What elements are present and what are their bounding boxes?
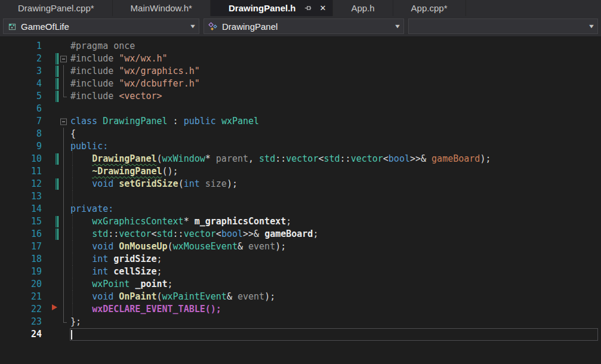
code-editor[interactable]: 1#pragma once2#include "wx/wx.h"3#includ… bbox=[0, 37, 601, 364]
code-line[interactable]: 1#pragma once bbox=[0, 40, 601, 53]
line-number[interactable]: 16 bbox=[0, 228, 42, 240]
code-token: gameBoard bbox=[432, 153, 480, 164]
class-icon bbox=[208, 21, 218, 31]
code-line[interactable]: 18 int gridSize; bbox=[0, 253, 601, 266]
line-number[interactable]: 9 bbox=[0, 140, 42, 153]
line-number[interactable]: 8 bbox=[0, 128, 42, 140]
code-token: vector bbox=[119, 229, 151, 239]
outline-guide-line bbox=[63, 90, 64, 97]
line-number[interactable]: 20 bbox=[0, 278, 42, 291]
code-token: cellSize bbox=[113, 266, 156, 277]
line-number[interactable]: 22 bbox=[0, 303, 42, 316]
line-number[interactable]: 17 bbox=[0, 240, 42, 253]
line-number[interactable]: 19 bbox=[0, 266, 42, 278]
change-tracking-indicator bbox=[56, 91, 57, 102]
gutter bbox=[42, 203, 70, 215]
gutter bbox=[42, 240, 70, 253]
code-line[interactable]: 24 bbox=[0, 328, 601, 341]
code-line[interactable]: 23}; bbox=[0, 316, 601, 328]
tab-mainwindow-h[interactable]: MainWindow.h* bbox=[113, 0, 211, 16]
code-token bbox=[70, 166, 92, 177]
line-number[interactable]: 15 bbox=[0, 215, 42, 228]
code-line[interactable]: 8{ bbox=[0, 128, 601, 140]
code-line[interactable]: 7class DrawingPanel : public wxPanel bbox=[0, 115, 601, 128]
code-token: ); bbox=[227, 178, 238, 189]
code-token: ( bbox=[168, 241, 173, 252]
line-number[interactable]: 2 bbox=[0, 53, 42, 65]
line-number[interactable]: 1 bbox=[0, 40, 42, 53]
code-token: & bbox=[238, 241, 248, 252]
code-text: ~DrawingPanel(); bbox=[70, 165, 601, 178]
gutter bbox=[42, 228, 70, 240]
code-line[interactable]: 14private: bbox=[0, 203, 601, 215]
editor-navigation-bar: GameOfLife ▼ DrawingPanel ▼ ▼ bbox=[0, 16, 601, 37]
code-line[interactable]: 6 bbox=[0, 103, 601, 115]
gutter bbox=[42, 153, 70, 165]
code-line[interactable]: 5#include <vector> bbox=[0, 90, 601, 103]
chevron-down-icon: ▼ bbox=[581, 23, 596, 29]
code-line[interactable]: 19 int cellSize; bbox=[0, 266, 601, 278]
code-token: event bbox=[248, 241, 275, 252]
code-line[interactable]: 15 wxGraphicsContext* m_graphicsContext; bbox=[0, 215, 601, 228]
collapse-toggle-icon[interactable] bbox=[60, 118, 67, 125]
code-token: class bbox=[70, 116, 103, 127]
line-number[interactable]: 13 bbox=[0, 190, 42, 203]
line-number[interactable]: 21 bbox=[0, 291, 42, 303]
line-number[interactable]: 12 bbox=[0, 178, 42, 190]
line-number[interactable]: 10 bbox=[0, 153, 42, 165]
line-number[interactable]: 18 bbox=[0, 253, 42, 266]
code-line[interactable]: 3#include "wx/graphics.h" bbox=[0, 65, 601, 78]
code-line[interactable]: 11 ~DrawingPanel(); bbox=[0, 165, 601, 178]
code-line[interactable]: 9public: bbox=[0, 140, 601, 153]
code-line[interactable]: 10 DrawingPanel(wxWindow* parent, std::v… bbox=[0, 153, 601, 165]
line-number[interactable]: 11 bbox=[0, 165, 42, 178]
collapse-toggle-icon[interactable] bbox=[60, 55, 67, 62]
outline-guide-line bbox=[63, 316, 64, 323]
code-line[interactable]: 13 bbox=[0, 190, 601, 203]
code-line[interactable]: 21 void OnPaint(wxPaintEvent& event); bbox=[0, 291, 601, 303]
line-number[interactable]: 24 bbox=[0, 328, 42, 341]
tab-drawingpanel-h[interactable]: DrawingPanel.h ✕ bbox=[211, 0, 333, 16]
code-token: >>& bbox=[410, 153, 432, 164]
project-dropdown[interactable]: GameOfLife ▼ bbox=[3, 18, 199, 34]
code-token: :: bbox=[108, 229, 119, 239]
outline-guide-line bbox=[63, 215, 64, 228]
line-number[interactable]: 5 bbox=[0, 90, 42, 103]
code-text bbox=[70, 328, 601, 341]
line-number[interactable]: 3 bbox=[0, 65, 42, 78]
code-line[interactable]: 22 wxDECLARE_EVENT_TABLE(); bbox=[0, 303, 601, 316]
code-line[interactable]: 16 std::vector<std::vector<bool>>& gameB… bbox=[0, 228, 601, 240]
code-token: parent bbox=[216, 153, 248, 164]
code-text: void OnPaint(wxPaintEvent& event); bbox=[70, 291, 601, 303]
pin-icon[interactable] bbox=[304, 4, 312, 12]
tab-drawingpanel-cpp[interactable]: DrawingPanel.cpp* bbox=[0, 0, 113, 16]
gutter bbox=[42, 115, 70, 128]
code-token: ~DrawingPanel bbox=[92, 166, 162, 177]
line-number[interactable]: 4 bbox=[0, 78, 42, 90]
code-line[interactable]: 17 void OnMouseUp(wxMouseEvent& event); bbox=[0, 240, 601, 253]
line-number[interactable]: 23 bbox=[0, 316, 42, 328]
code-token: "wx/graphics.h" bbox=[119, 66, 199, 76]
code-token: wxMouseEvent bbox=[173, 241, 238, 252]
code-token: #include bbox=[70, 66, 119, 76]
code-line[interactable]: 12 void setGridSize(int size); bbox=[0, 178, 601, 190]
code-token: wxDECLARE_EVENT_TABLE(); bbox=[92, 304, 221, 314]
line-number[interactable]: 7 bbox=[0, 115, 42, 128]
outline-guide-line bbox=[63, 253, 64, 266]
code-text: #pragma once bbox=[70, 40, 601, 53]
member-dropdown[interactable]: ▼ bbox=[408, 18, 598, 34]
type-dropdown[interactable]: DrawingPanel ▼ bbox=[204, 18, 404, 34]
tab-app-h[interactable]: App.h bbox=[333, 0, 393, 16]
line-number[interactable]: 14 bbox=[0, 203, 42, 215]
tab-app-cpp[interactable]: App.cpp* bbox=[393, 0, 466, 16]
code-line[interactable]: 2#include "wx/wx.h" bbox=[0, 53, 601, 65]
code-token: void bbox=[92, 241, 119, 252]
gutter bbox=[42, 103, 70, 115]
code-token: :: bbox=[275, 153, 286, 164]
close-icon[interactable]: ✕ bbox=[318, 4, 328, 13]
code-token: void bbox=[92, 291, 119, 302]
code-line[interactable]: 4#include "wx/dcbuffer.h" bbox=[0, 78, 601, 90]
code-line[interactable]: 20 wxPoint _point; bbox=[0, 278, 601, 291]
line-number[interactable]: 6 bbox=[0, 103, 42, 115]
code-token: { bbox=[70, 128, 76, 139]
